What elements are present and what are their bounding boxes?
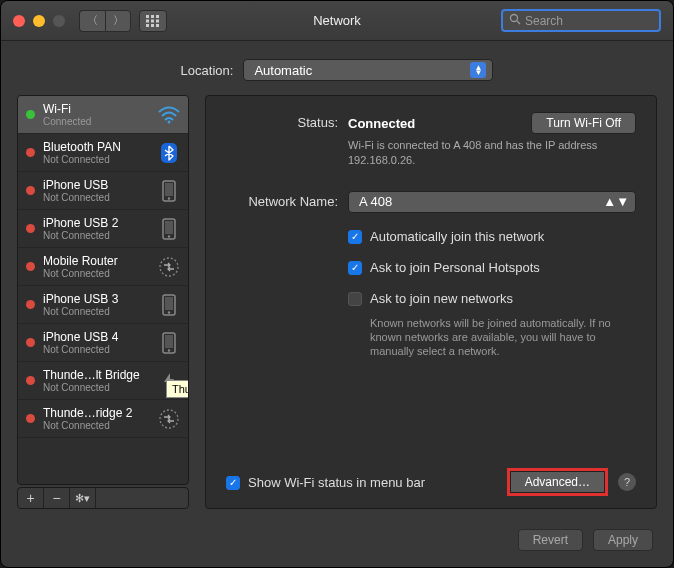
service-status: Not Connected (43, 268, 158, 279)
bluetooth-icon (158, 142, 180, 164)
window-title: Network (313, 13, 361, 28)
service-item-iphone-usb-4[interactable]: iPhone USB 4Not Connected (18, 324, 188, 362)
status-dot-icon (26, 186, 35, 195)
apply-button[interactable]: Apply (593, 529, 653, 551)
service-list: Wi-FiConnectedBluetooth PANNot Connected… (17, 95, 189, 485)
svg-rect-2 (156, 15, 159, 18)
status-dot-icon (26, 338, 35, 347)
service-name: Bluetooth PAN (43, 140, 158, 154)
service-status: Not Connected (43, 344, 158, 355)
phone-icon (158, 180, 180, 202)
service-name: iPhone USB 4 (43, 330, 158, 344)
service-actions-button[interactable]: ✻▾ (70, 488, 96, 508)
service-name: iPhone USB (43, 178, 158, 192)
swap-icon (158, 408, 180, 430)
service-text: iPhone USBNot Connected (43, 178, 158, 203)
service-name: Mobile Router (43, 254, 158, 268)
svg-point-15 (168, 197, 170, 199)
grid-icon (146, 15, 160, 27)
service-name: iPhone USB 2 (43, 216, 158, 230)
window-controls (13, 15, 65, 27)
service-name: Thunde…lt Bridge (43, 368, 158, 382)
service-text: Mobile RouterNot Connected (43, 254, 158, 279)
remove-service-button[interactable]: − (44, 488, 70, 508)
search-placeholder: Search (525, 14, 563, 28)
svg-rect-4 (151, 19, 154, 22)
forward-button[interactable]: 〉 (105, 10, 131, 32)
close-window-button[interactable] (13, 15, 25, 27)
service-item-thunde-ridge-2[interactable]: Thunde…ridge 2Not Connected (18, 400, 188, 438)
status-description: Wi-Fi is connected to A 408 and has the … (348, 138, 636, 169)
svg-point-11 (168, 120, 171, 123)
toolbar-spacer (96, 488, 188, 508)
show-menubar-label: Show Wi-Fi status in menu bar (248, 475, 425, 490)
svg-rect-6 (146, 24, 149, 27)
service-item-iphone-usb[interactable]: iPhone USBNot Connected (18, 172, 188, 210)
status-value: Connected (348, 116, 415, 131)
nav-buttons: 〈 〉 (79, 10, 131, 32)
add-service-button[interactable]: + (18, 488, 44, 508)
show-menubar-checkbox[interactable]: ✓ (226, 476, 240, 490)
search-field[interactable]: Search (501, 9, 661, 32)
service-text: Bluetooth PANNot Connected (43, 140, 158, 165)
revert-button[interactable]: Revert (518, 529, 583, 551)
back-button[interactable]: 〈 (79, 10, 105, 32)
svg-rect-1 (151, 15, 154, 18)
service-item-thunde-lt-bridge[interactable]: Thunde…lt BridgeNot ConnectedThunderbolt… (18, 362, 188, 400)
chevron-left-icon: 〈 (87, 13, 98, 28)
service-text: Thunde…lt BridgeNot Connected (43, 368, 158, 393)
service-detail-pane: Status: Connected Turn Wi-Fi Off Wi-Fi i… (205, 95, 657, 509)
service-item-bluetooth-pan[interactable]: Bluetooth PANNot Connected (18, 134, 188, 172)
service-text: iPhone USB 3Not Connected (43, 292, 158, 317)
svg-rect-3 (146, 19, 149, 22)
advanced-button[interactable]: Advanced… (510, 471, 605, 493)
service-name: iPhone USB 3 (43, 292, 158, 306)
advanced-button-highlight: Advanced… (507, 468, 608, 496)
svg-point-26 (160, 410, 178, 428)
service-status: Not Connected (43, 154, 158, 165)
minimize-window-button[interactable] (33, 15, 45, 27)
tooltip: Thunderbolt Bridge (166, 380, 189, 398)
ask-hotspot-label: Ask to join Personal Hotspots (370, 260, 540, 275)
service-item-wi-fi[interactable]: Wi-FiConnected (18, 96, 188, 134)
network-name-value: A 408 (359, 194, 392, 209)
service-name: Thunde…ridge 2 (43, 406, 158, 420)
service-status: Not Connected (43, 306, 158, 317)
status-dot-icon (26, 376, 35, 385)
select-caret-icon: ▲▼ (470, 62, 486, 78)
svg-rect-17 (165, 221, 173, 234)
ask-new-checkbox[interactable] (348, 292, 362, 306)
phone-icon (158, 218, 180, 240)
toggle-wifi-button[interactable]: Turn Wi-Fi Off (531, 112, 636, 134)
wifi-icon (158, 104, 180, 126)
network-name-select[interactable]: A 408 ▲▼ (348, 191, 636, 213)
svg-rect-5 (156, 19, 159, 22)
auto-join-checkbox[interactable]: ✓ (348, 230, 362, 244)
service-item-iphone-usb-3[interactable]: iPhone USB 3Not Connected (18, 286, 188, 324)
phone-icon (158, 332, 180, 354)
status-dot-icon (26, 148, 35, 157)
status-dot-icon (26, 110, 35, 119)
location-label: Location: (181, 63, 234, 78)
service-status: Not Connected (43, 420, 158, 431)
titlebar: 〈 〉 Network Search (1, 1, 673, 41)
chevron-right-icon: 〉 (113, 13, 124, 28)
service-item-mobile-router[interactable]: Mobile RouterNot Connected (18, 248, 188, 286)
zoom-window-button (53, 15, 65, 27)
svg-rect-24 (165, 335, 173, 348)
location-value: Automatic (254, 63, 312, 78)
search-icon (509, 13, 521, 28)
svg-rect-21 (165, 297, 173, 310)
svg-rect-0 (146, 15, 149, 18)
swap-icon (158, 256, 180, 278)
svg-point-18 (168, 235, 170, 237)
service-toolbar: + − ✻▾ (17, 487, 189, 509)
svg-point-19 (160, 258, 178, 276)
show-all-button[interactable] (139, 10, 167, 32)
ask-hotspot-checkbox[interactable]: ✓ (348, 261, 362, 275)
service-status: Not Connected (43, 230, 158, 241)
service-item-iphone-usb-2[interactable]: iPhone USB 2Not Connected (18, 210, 188, 248)
help-button[interactable]: ? (618, 473, 636, 491)
svg-point-9 (511, 15, 518, 22)
location-select[interactable]: Automatic ▲▼ (243, 59, 493, 81)
